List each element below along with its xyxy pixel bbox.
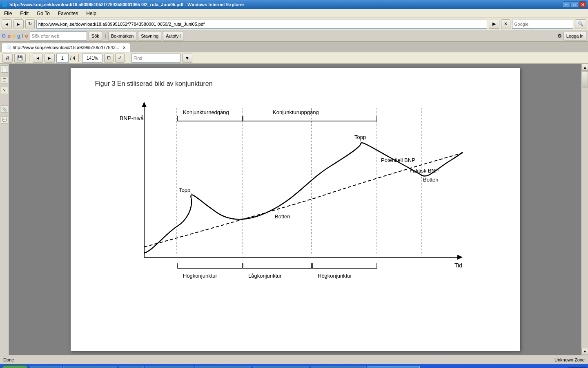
pdf-area: Figur 3 En stiliserad bild av konjunktur… (9, 64, 581, 355)
titlebar-controls: − □ ✕ (563, 1, 586, 8)
page-number-input[interactable] (56, 54, 69, 63)
chart-svg: BNP-nivå (95, 100, 495, 296)
titlebar: 🌐 http://www.konj.se/download/18.a939951… (0, 0, 588, 9)
hog2-bracket (312, 263, 377, 268)
nedgang-bracket (178, 116, 242, 121)
taskbar-facebook[interactable]: 🌐 Facebook | Louise ... (253, 366, 309, 368)
tab-close-icon[interactable]: ✕ (122, 45, 126, 50)
ie-favicon: 🌐 (2, 2, 8, 7)
taskbar-ie[interactable]: 🌐 http://www.konj.s... (368, 366, 420, 368)
left-sidebar: 📄 ☰ ? 📎 💬 (0, 64, 9, 355)
settings-icon: ⚙ (557, 33, 562, 39)
taskbar-ordlista[interactable]: 🌐 Ordlista - Konjunkt... (311, 366, 366, 368)
refresh-button[interactable]: ↻ (25, 19, 35, 29)
chart-title: Figur 3 En stiliserad bild av konjunktur… (95, 80, 495, 88)
forward-button[interactable]: ► (13, 19, 24, 29)
fullscreen-button[interactable]: ⤢ (115, 54, 125, 63)
spelling-button[interactable]: Stavning (138, 31, 161, 41)
menu-file[interactable]: File (2, 10, 14, 17)
save-button[interactable]: 💾 (14, 54, 26, 63)
sidebar-help-icon[interactable]: ? (1, 87, 8, 94)
stop-button[interactable]: ✕ (501, 19, 510, 29)
login-button[interactable]: Logga in (564, 31, 586, 41)
titlebar-title: http://www.konj.se/download/18.a93995105… (9, 2, 244, 7)
google-logo-o: o (7, 33, 11, 39)
botten2-label: Botten (423, 177, 439, 183)
tab-main[interactable]: 📄 http://www.konj.se/download/18.a939951… (2, 43, 130, 52)
menu-edit[interactable]: Edit (18, 10, 31, 17)
google-search-button[interactable]: Sök (89, 31, 102, 41)
taskbar-spotify[interactable]: ♪ Spotify (119, 366, 144, 368)
url-bar[interactable] (36, 20, 487, 29)
maximize-button[interactable]: □ (571, 1, 578, 8)
x-axis-label: Tid (454, 262, 462, 269)
google-logo-o2: o (12, 33, 16, 39)
scroll-track[interactable] (581, 71, 588, 348)
navbar: ◄ ► ↻ ▶ ✕ 🔍 (0, 18, 588, 30)
divider (29, 54, 29, 62)
uppgang-label: Konjunkturuppgång (273, 109, 319, 115)
minimize-button[interactable]: − (563, 1, 570, 8)
sidebar-nav-icon[interactable]: ☰ (1, 76, 8, 83)
google-logo-l: l (22, 33, 24, 39)
botten1-label: Botten (275, 213, 290, 220)
statusbar: Done Unknown Zone (0, 355, 588, 364)
sidebar-comment-icon[interactable]: 💬 (1, 116, 8, 123)
tabsbar: 📄 http://www.konj.se/download/18.a939951… (0, 42, 588, 52)
start-button[interactable]: ⊞ Start (2, 365, 28, 368)
google-toolbar-spacer: | (105, 34, 107, 38)
taskbar-skype[interactable]: 💬 Skype™ (30, 366, 62, 368)
tab-favicon: 📄 (6, 45, 11, 50)
find-input[interactable] (131, 54, 180, 63)
lagkonjunktur-label: Lågkonjunktur (248, 273, 282, 279)
pdf-toolbar: 🖨 💾 ◄ ► / 4 ⊡ ⤢ ▼ (0, 52, 588, 64)
fit-page-button[interactable]: ⊡ (104, 54, 114, 63)
search-input[interactable] (512, 20, 573, 29)
uppgang-bracket (243, 116, 377, 121)
page-total: / 4 (70, 56, 75, 61)
search-button[interactable]: 🔍 (575, 19, 586, 29)
next-page-button[interactable]: ► (45, 54, 55, 63)
back-button[interactable]: ◄ (2, 19, 12, 29)
bookmarks-button[interactable]: Bokmärken (108, 31, 137, 41)
topp1-label: Topp (179, 187, 190, 193)
menu-favorites[interactable]: Favorites (56, 10, 80, 17)
go-button[interactable]: ▶ (489, 20, 499, 29)
faktisk-bnp-label: Faktisk BNP (410, 168, 439, 174)
taskbar-winlive[interactable]: ✉ Windows Live Mes... (63, 366, 117, 368)
google-toolbar: G o o g l e Sök | Bokmärken Stavning Aut… (0, 30, 588, 42)
divider2 (78, 54, 79, 62)
x-axis-arrow (457, 255, 463, 260)
find-button[interactable]: ▼ (182, 54, 192, 63)
menu-goto[interactable]: Go To (34, 10, 52, 17)
hog1-bracket (178, 263, 242, 268)
hogkonjunktur2-label: Högkonjunktur (318, 273, 352, 279)
close-button[interactable]: ✕ (579, 1, 586, 8)
nedgang-label: Konjunkturnedgång (183, 109, 229, 115)
google-search-input[interactable] (30, 31, 87, 40)
zoom-input[interactable] (82, 54, 102, 63)
menu-help[interactable]: Help (84, 10, 99, 17)
google-logo-e: e (25, 33, 28, 39)
titlebar-left: 🌐 http://www.konj.se/download/18.a939951… (2, 2, 244, 7)
prev-page-button[interactable]: ◄ (33, 54, 43, 63)
main-area: 📄 ☰ ? 📎 💬 Figur 3 En stiliserad bild av … (0, 64, 588, 355)
zone-text: Unknown Zone (555, 357, 585, 362)
potentiell-bnp-label: Potentiell BNP (381, 157, 415, 163)
scroll-down-button[interactable]: ▼ (581, 348, 588, 355)
taskbar-kandidat[interactable]: 📁 Kandidatuppsats (145, 366, 194, 368)
sidebar-attach-icon[interactable]: 📎 (1, 105, 8, 113)
taskbar-konjunkturstycke[interactable]: 📝 konjunkturstycke - ... (195, 366, 251, 368)
autofill-button[interactable]: Autofyll (163, 31, 183, 41)
print-button[interactable]: 🖨 (2, 54, 13, 63)
google-logo: G (2, 33, 6, 39)
pdf-page: Figur 3 En stiliserad bild av konjunktur… (71, 68, 520, 351)
menubar: File Edit Go To Favorites Help (0, 9, 588, 18)
scroll-thumb[interactable] (582, 71, 588, 88)
google-logo-g: g (17, 33, 20, 39)
topp2-label: Topp (354, 134, 366, 140)
hogkonjunktur1-label: Högkonjunktur (183, 273, 217, 279)
scroll-up-button[interactable]: ▲ (581, 64, 588, 71)
y-axis-label: BNP-nivå (120, 115, 144, 121)
sidebar-new-icon[interactable]: 📄 (1, 65, 8, 73)
